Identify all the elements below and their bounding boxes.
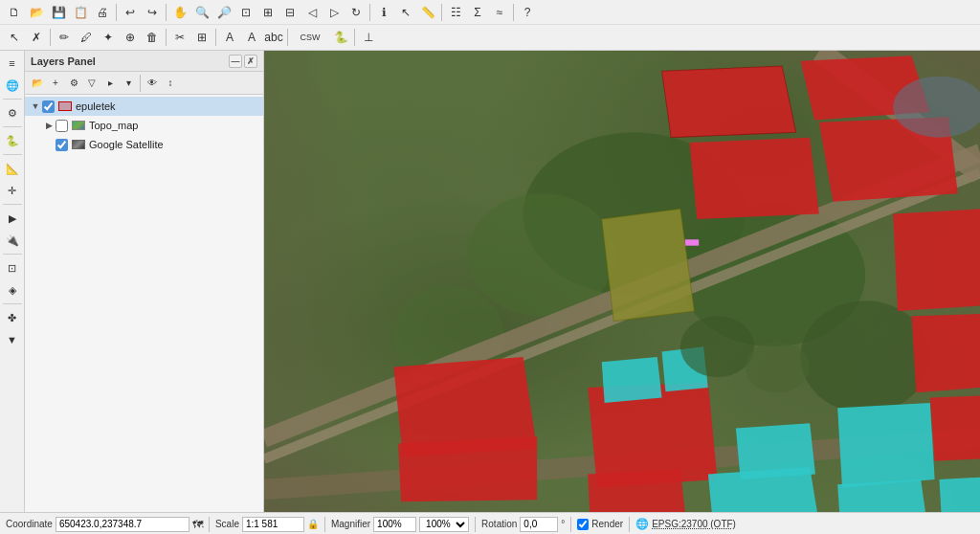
identify-btn[interactable]: ℹ: [373, 2, 394, 23]
layer-checkbox-satellite[interactable]: [56, 139, 68, 151]
help-btn[interactable]: ?: [517, 2, 538, 23]
zoom-selection-btn[interactable]: ⊟: [279, 2, 301, 23]
svg-marker-29: [602, 209, 695, 321]
open-project-btn[interactable]: 📂: [26, 2, 47, 23]
coordinate-label: Coordinate: [6, 519, 53, 529]
layer-item-epuletek[interactable]: ▼ epuletek: [25, 97, 263, 116]
save-as-btn[interactable]: 📋: [70, 2, 91, 23]
snap-tool-btn[interactable]: ⊡: [2, 257, 23, 278]
coordinate-input[interactable]: [56, 517, 189, 532]
side-sep4: [3, 204, 22, 205]
layers-tool-btn[interactable]: ≡: [2, 53, 23, 74]
layer-item-satellite[interactable]: Google Satellite: [25, 135, 263, 154]
layer-sort-btn[interactable]: ↕: [162, 75, 179, 92]
measure-tool-btn[interactable]: 📐: [2, 158, 23, 179]
magnifier-input[interactable]: [373, 517, 416, 532]
coord-tool-btn[interactable]: ✛: [2, 180, 23, 201]
layer-expand-satellite: [42, 138, 56, 151]
status-sep2: [324, 517, 325, 532]
browser-tool-btn[interactable]: 🌐: [2, 75, 23, 96]
layer-checkbox-topo[interactable]: [56, 120, 68, 132]
coordinate-icon: 🗺: [192, 519, 203, 530]
zoom-out-btn[interactable]: 🔎: [213, 2, 234, 23]
zoom-in-btn[interactable]: 🔍: [191, 2, 212, 23]
layer-expand-epuletek[interactable]: ▼: [29, 100, 42, 113]
layer-icon-epuletek: [57, 99, 73, 114]
digitize2-btn[interactable]: ⊥: [358, 27, 379, 48]
add-layer-btn[interactable]: +: [47, 75, 64, 92]
layer-icon-topo: [71, 118, 86, 133]
svg-rect-30: [685, 239, 699, 245]
panel-minimize-btn[interactable]: —: [229, 55, 242, 68]
panel-header-btns: — ✗: [229, 55, 257, 68]
split-btn[interactable]: ✂: [169, 27, 190, 48]
magnifier-dropdown[interactable]: 100% 150% 200%: [419, 517, 469, 532]
svg-marker-25: [736, 423, 815, 479]
layers-panel: Layers Panel — ✗ 📂 + ⚙ ▽ ▸ ▾ 👁 ↕ ▼: [25, 51, 264, 512]
save-project-btn[interactable]: 💾: [48, 2, 69, 23]
delete-feature-btn[interactable]: 🗑: [142, 27, 163, 48]
add-feature-btn[interactable]: ✦: [98, 27, 119, 48]
sep1: [116, 4, 117, 21]
select-arrow-btn[interactable]: ↖: [4, 27, 25, 48]
zoom-layer-btn[interactable]: ⊞: [257, 2, 278, 23]
zoom-prev-btn[interactable]: ◁: [301, 2, 323, 23]
toggle-tool-btn[interactable]: ▶: [2, 208, 23, 229]
svg-marker-11: [662, 66, 796, 138]
coordinate-item: Coordinate 🗺: [6, 517, 203, 532]
measure-btn[interactable]: 📏: [417, 2, 438, 23]
layer-name-satellite: Google Satellite: [89, 139, 259, 150]
processing-tool-btn[interactable]: ⚙: [2, 102, 23, 123]
collapse-all-btn[interactable]: ▾: [120, 75, 137, 92]
new-project-btn[interactable]: 🗋: [4, 2, 25, 23]
deselect-btn[interactable]: ✗: [26, 27, 47, 48]
side-sep6: [3, 303, 22, 304]
render-checkbox[interactable]: [577, 519, 589, 530]
python-tool-btn[interactable]: 🐍: [2, 130, 23, 151]
crs-btn[interactable]: CSW: [291, 27, 329, 48]
rotation-item: Rotation °: [481, 517, 565, 532]
filter-layer-btn[interactable]: ▽: [83, 75, 100, 92]
arrow-tool-btn[interactable]: ▼: [2, 329, 23, 350]
label-btn[interactable]: A: [219, 27, 240, 48]
edit-toggle-btn[interactable]: ✏: [54, 27, 75, 48]
digitize-btn[interactable]: 🖊: [76, 27, 97, 48]
statistics-btn[interactable]: ≈: [489, 2, 510, 23]
label2-btn[interactable]: A: [241, 27, 262, 48]
print-btn[interactable]: 🖨: [92, 2, 113, 23]
layer-checkbox-epuletek[interactable]: [42, 100, 55, 113]
expand-all-btn[interactable]: ▸: [101, 75, 119, 92]
zoom-full-btn[interactable]: ⊡: [235, 2, 256, 23]
plugin-tool-btn[interactable]: 🔌: [2, 230, 23, 251]
layer-props-btn[interactable]: ⚙: [65, 75, 82, 92]
redo-btn[interactable]: ↪: [142, 2, 163, 23]
main-area: ≡ 🌐 ⚙ 🐍 📐 ✛ ▶ 🔌 ⊡ ◈ ✤ ▼ Layers Panel — ✗…: [0, 51, 980, 512]
layer-visibility-btn[interactable]: 👁: [144, 75, 161, 92]
label3-btn[interactable]: abc: [263, 27, 284, 48]
crs-label[interactable]: EPSG:23700 (OTF): [652, 519, 736, 529]
pan-btn[interactable]: ✋: [169, 2, 190, 23]
layer-expand-topo[interactable]: ▶: [42, 119, 56, 132]
map-canvas[interactable]: [264, 51, 980, 512]
layer-item-topo[interactable]: ▶ Topo_map: [25, 116, 263, 135]
node-tool-btn[interactable]: ✤: [2, 307, 23, 328]
svg-marker-15: [893, 209, 980, 311]
lock-icon[interactable]: 🔒: [307, 519, 319, 529]
open-layer-btn[interactable]: 📂: [29, 75, 46, 92]
move-feature-btn[interactable]: ⊕: [120, 27, 141, 48]
field-calc-btn[interactable]: Σ: [467, 2, 488, 23]
layers-toolbar: 📂 + ⚙ ▽ ▸ ▾ 👁 ↕: [25, 72, 263, 95]
status-sep1: [209, 517, 210, 532]
zoom-next-btn[interactable]: ▷: [323, 2, 345, 23]
svg-point-35: [746, 342, 811, 392]
scale-input[interactable]: [242, 517, 304, 532]
merge-btn[interactable]: ⊞: [191, 27, 212, 48]
vertex-tool-btn[interactable]: ◈: [2, 279, 23, 300]
refresh-btn[interactable]: ↻: [345, 2, 367, 23]
rotation-input[interactable]: [520, 517, 558, 532]
panel-close-btn[interactable]: ✗: [244, 55, 257, 68]
attribute-table-btn[interactable]: ☷: [445, 2, 466, 23]
python-btn[interactable]: 🐍: [330, 27, 351, 48]
undo-btn[interactable]: ↩: [120, 2, 141, 23]
select-feature-btn[interactable]: ↖: [395, 2, 416, 23]
